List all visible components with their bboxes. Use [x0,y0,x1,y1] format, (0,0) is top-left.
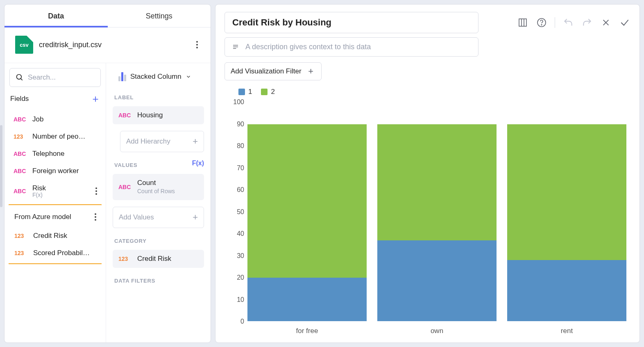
chip-label: Credit Risk [137,255,171,263]
top-row: Credit Risk by Housing [224,12,630,33]
svg-line-1 [21,79,23,80]
config-column: Stacked Column LABEL ABC Housing Add Hie… [106,63,211,342]
segment-2 [507,124,626,260]
chart-type-label: Stacked Column [130,73,181,81]
description-input[interactable]: A description gives context to this data [224,37,478,57]
type-123-icon: 123 [14,133,27,140]
bar-for-free[interactable]: for free [247,124,367,335]
confirm-icon[interactable] [619,17,630,28]
field-foreign-worker[interactable]: ABCForeign worker [9,162,102,180]
svg-point-0 [17,75,22,80]
section-values: VALUES [113,156,139,170]
chart-plot: for freeownrent [247,98,626,335]
fields-header: Fields + [9,92,102,111]
svg-rect-2 [519,19,526,26]
type-123-icon: 123 [118,256,132,262]
legend-item-2[interactable]: 2 [261,88,274,96]
add-filter-button[interactable]: Add Visualization Filter + [224,62,322,80]
bar-own[interactable]: own [377,124,497,335]
y-axis: 1009080706050403020100 [224,98,247,335]
type-abc-icon: ABC [118,112,132,119]
tab-settings[interactable]: Settings [108,5,211,27]
add-values-label: Add Values [119,213,154,221]
segment-1 [377,240,497,321]
legend-swatch-1 [238,89,245,95]
segment-2 [377,124,497,240]
add-field-button[interactable]: + [91,94,100,103]
bar-rent[interactable]: rent [507,124,626,335]
section-category: CATEGORY [113,232,204,246]
description-placeholder: A description gives context to this data [245,43,371,51]
file-more-icon[interactable] [193,39,201,51]
y-tick: 50 [237,208,244,216]
toolbar-separator [555,17,555,28]
csv-file-icon: csv [15,36,33,54]
y-tick: 60 [237,186,244,194]
field-risk[interactable]: ABC Risk F(x) [9,180,102,203]
y-tick: 100 [233,98,244,106]
label-chip-housing[interactable]: ABC Housing [113,106,204,124]
left-panel: Data Settings csv creditrisk_input.csv S… [4,4,211,343]
field-credit-risk[interactable]: 123Credit Risk [9,227,101,244]
field-sublabel: F(x) [32,192,88,198]
fields-column: Search... Fields + ABCJob 123Number of p… [5,63,106,342]
type-abc-icon: ABC [14,151,27,157]
search-icon [16,73,24,82]
legend-swatch-2 [261,89,268,95]
chip-label: Housing [137,111,163,119]
y-tick: 70 [237,164,244,172]
model-fields-group: From Azure model 123Credit Risk 123Score… [9,204,102,264]
fx-button[interactable]: F(x) [192,160,204,167]
svg-point-6 [541,25,542,25]
fields-header-label: Fields [10,95,29,103]
paragraph-icon [231,44,240,50]
close-icon[interactable] [600,17,612,28]
group-title: From Azure model [14,213,71,221]
field-list: ABCJob 123Number of peo… ABCTelephone AB… [9,111,102,342]
search-input[interactable]: Search... [9,68,101,87]
visualization-panel: Credit Risk by Housing A description giv… [215,4,640,343]
chart-area: 1009080706050403020100 for freeownrent [224,98,630,335]
group-header: From Azure model [9,207,101,227]
field-more-icon[interactable] [93,185,100,197]
type-abc-icon: ABC [14,188,27,194]
field-scored-probability[interactable]: 123Scored Probabil… [9,244,101,262]
search-placeholder: Search... [28,73,56,82]
datasource-row: csv creditrisk_input.csv [5,27,211,63]
chart-title-input[interactable]: Credit Risk by Housing [224,12,478,33]
field-label: Job [32,115,100,123]
field-telephone[interactable]: ABCTelephone [9,145,102,162]
type-abc-icon: ABC [118,184,132,190]
value-chip-count[interactable]: ABC Count Count of Rows [113,174,204,200]
plus-icon: + [306,67,315,76]
y-tick: 10 [237,296,244,304]
segment-1 [507,260,626,321]
field-number-people[interactable]: 123Number of peo… [9,128,102,145]
legend-label-2: 2 [271,88,274,96]
tabs: Data Settings [5,5,211,27]
field-label: Foreign worker [32,167,100,175]
y-tick: 40 [237,230,244,237]
type-abc-icon: ABC [14,168,27,174]
add-values-button[interactable]: Add Values + [113,207,204,228]
chart-type-selector[interactable]: Stacked Column [113,69,204,84]
legend-item-1[interactable]: 1 [238,88,252,96]
add-hierarchy-button[interactable]: Add Hierarchy + [120,131,204,152]
file-name: creditrisk_input.csv [39,41,188,49]
group-more-icon[interactable] [92,211,99,223]
section-data-filters: DATA FILTERS [113,272,204,285]
grid-icon[interactable] [517,17,528,28]
help-icon[interactable] [536,17,547,28]
legend-label-1: 1 [248,88,252,96]
type-123-icon: 123 [14,250,28,256]
redo-icon[interactable] [581,17,593,28]
undo-icon[interactable] [562,17,574,28]
x-label: own [431,327,443,335]
category-chip-credit-risk[interactable]: 123 Credit Risk [113,250,204,268]
section-label: LABEL [113,89,204,102]
field-job[interactable]: ABCJob [9,111,102,128]
tab-data[interactable]: Data [5,5,108,27]
field-label: Scored Probabil… [33,249,99,257]
y-tick: 90 [237,121,244,128]
chevron-down-icon [186,74,191,80]
